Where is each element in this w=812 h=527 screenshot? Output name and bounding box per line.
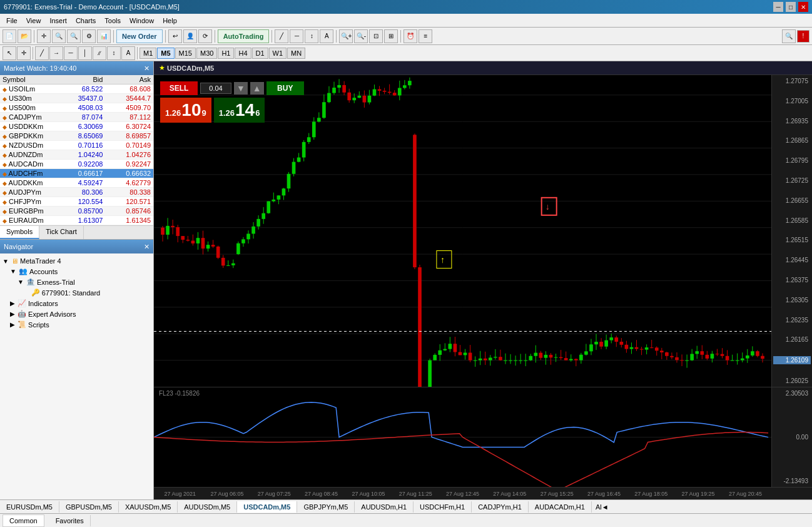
- toolbar-history[interactable]: ↩: [168, 29, 182, 43]
- market-watch-row[interactable]: ◆ AUDCADm 0.92208 0.92247: [0, 160, 153, 169]
- market-watch-row[interactable]: ◆ AUDJPYm 80.306 80.338: [0, 188, 153, 197]
- tf-m30[interactable]: M30: [196, 48, 217, 59]
- minimize-button[interactable]: ─: [773, 2, 783, 12]
- toolbar2-text2[interactable]: A: [121, 46, 135, 60]
- btab-usdchf[interactable]: USDCHFm,H1: [414, 501, 472, 513]
- tf-w1[interactable]: W1: [269, 48, 287, 59]
- btab-cadjpy[interactable]: CADJPYm,H1: [472, 501, 529, 513]
- toolbar2-hline2[interactable]: ─: [64, 46, 78, 60]
- toolbar-chart[interactable]: 📊: [97, 29, 111, 43]
- toolbar-crosshair[interactable]: ✛: [37, 29, 51, 43]
- tree-ea[interactable]: ▶ 🤖 Expert Advisors: [0, 309, 153, 319]
- toolbar2-channel[interactable]: ⫽: [93, 46, 106, 60]
- market-watch-row[interactable]: ◆ EURAUDm 1.61307 1.61345: [0, 216, 153, 225]
- new-order-button[interactable]: New Order: [116, 29, 163, 43]
- navigator-close-icon[interactable]: ✕: [144, 243, 150, 251]
- menu-charts[interactable]: Charts: [72, 16, 99, 26]
- toolbar-zoom-plus[interactable]: 🔍+: [339, 29, 353, 43]
- btab-gbpjpy[interactable]: GBPJPYm,M5: [297, 501, 355, 513]
- toolbar-scroll[interactable]: ⊞: [384, 29, 398, 43]
- market-watch-row[interactable]: ◆ USDDKKm 6.30069 6.30724: [0, 122, 153, 131]
- toolbar-zoom-out[interactable]: 🔍: [67, 29, 81, 43]
- market-watch-row[interactable]: ◆ USOILm 68.522 68.608: [0, 84, 153, 94]
- market-watch-close-icon[interactable]: ✕: [144, 64, 150, 73]
- symbol-cell: ◆ USOILm: [0, 84, 58, 94]
- toolbar-props[interactable]: ⚙: [82, 29, 96, 43]
- menu-file[interactable]: File: [3, 16, 21, 26]
- tab-tick-chart[interactable]: Tick Chart: [39, 226, 84, 239]
- tab-symbols[interactable]: Symbols: [0, 226, 39, 239]
- btab-audusd-h1[interactable]: AUDUSDm,H1: [355, 501, 414, 513]
- toolbar-refresh[interactable]: ⟳: [198, 29, 212, 43]
- tf-m5[interactable]: M5: [157, 48, 174, 59]
- autotrading-button[interactable]: AutoTrading: [218, 29, 270, 43]
- toolbar-options[interactable]: ≡: [419, 29, 432, 43]
- toolbar2-ray[interactable]: →: [49, 46, 63, 60]
- buy-button[interactable]: BUY: [266, 81, 304, 95]
- tf-m1[interactable]: M1: [140, 48, 156, 59]
- market-watch-row[interactable]: ◆ CADJPYm 87.074 87.112: [0, 113, 153, 122]
- indicator-chart-canvas[interactable]: [154, 387, 771, 487]
- tf-m15[interactable]: M15: [175, 48, 196, 59]
- market-watch-row[interactable]: ◆ EURGBPm 0.85700 0.85746: [0, 207, 153, 216]
- menu-insert[interactable]: Insert: [46, 16, 71, 26]
- tree-indicators[interactable]: ▶ 📈 Indicators: [0, 298, 153, 309]
- toolbar2-line2[interactable]: ╱: [35, 46, 49, 60]
- market-watch-row[interactable]: ◆ AUDCHFm 0.66617 0.66632: [0, 169, 153, 178]
- menu-view[interactable]: View: [23, 16, 45, 26]
- tree-mt4[interactable]: ▼ 🖥 MetaTrader 4: [0, 256, 153, 266]
- toolbar2-cursor[interactable]: ↖: [3, 46, 16, 60]
- market-watch-row[interactable]: ◆ US30m 35437.0 35444.7: [0, 94, 153, 103]
- toolbar-zoom-in[interactable]: 🔍: [52, 29, 66, 43]
- toolbar-fit[interactable]: ⊡: [369, 29, 383, 43]
- market-watch-row[interactable]: ◆ US500m 4508.03 4509.70: [0, 103, 153, 113]
- close-button[interactable]: ✕: [798, 2, 808, 12]
- toolbar-time[interactable]: ⏰: [403, 29, 417, 43]
- toolbar-new[interactable]: 📄: [3, 29, 16, 43]
- market-watch-row[interactable]: ◆ GBPDKKm 8.65069 8.69857: [0, 131, 153, 141]
- btab-audusd[interactable]: AUDUSDm,M5: [178, 501, 237, 513]
- toolbar2-cross[interactable]: ✛: [17, 46, 31, 60]
- menu-tools[interactable]: Tools: [101, 16, 124, 26]
- market-watch-row[interactable]: ◆ CHFJPYm 120.554 120.571: [0, 197, 153, 207]
- menu-help[interactable]: Help: [159, 16, 181, 26]
- status-common[interactable]: Common: [3, 514, 44, 527]
- market-watch-row[interactable]: ◆ AUDNZDm 1.04240 1.04276: [0, 150, 153, 160]
- tree-account-6779901[interactable]: 🔑 6779901: Standard: [0, 287, 153, 298]
- toolbar2-fib2[interactable]: ↕: [107, 46, 121, 60]
- toolbar-hline[interactable]: ─: [290, 29, 303, 43]
- toolbar-search[interactable]: 🔍: [782, 29, 796, 43]
- sell-button[interactable]: SELL: [160, 81, 198, 95]
- toolbar-text[interactable]: A: [320, 29, 333, 43]
- toolbar-fib[interactable]: ↕: [305, 29, 318, 43]
- btab-audcad[interactable]: AUDACADm,H1: [529, 501, 592, 513]
- btab-xauusd[interactable]: XAUUSDm,M5: [119, 501, 178, 513]
- tree-exness[interactable]: ▼ 🏦 Exness-Trial: [0, 277, 153, 287]
- btab-scroll-right[interactable]: Al◄: [592, 501, 612, 513]
- tf-mn[interactable]: MN: [287, 48, 305, 59]
- toolbar-zoom-minus[interactable]: 🔍-: [354, 29, 368, 43]
- lot-input[interactable]: [200, 83, 231, 94]
- chart-container[interactable]: SELL ▼ ▲ BUY 1.26 10 9 1.26 14 6: [154, 75, 812, 387]
- tree-scripts[interactable]: ▶ 📜 Scripts: [0, 319, 153, 330]
- tf-h1[interactable]: H1: [218, 48, 234, 59]
- toolbar-line[interactable]: ╱: [275, 29, 288, 43]
- maximize-button[interactable]: □: [786, 2, 796, 12]
- tf-d1[interactable]: D1: [252, 48, 268, 59]
- btab-gbpusd[interactable]: GBPUSDm,M5: [59, 501, 119, 513]
- title-bar-controls[interactable]: ─ □ ✕: [773, 2, 808, 12]
- lot-down-btn[interactable]: ▼: [234, 82, 248, 95]
- status-favorites[interactable]: Favorites: [49, 515, 91, 526]
- tf-h4[interactable]: H4: [235, 48, 251, 59]
- tree-accounts[interactable]: ▼ 👥 Accounts: [0, 266, 153, 277]
- btab-eurusd[interactable]: EURUSDm,M5: [0, 501, 59, 513]
- toolbar2-vline[interactable]: │: [78, 46, 92, 60]
- toolbar-alert[interactable]: !: [797, 30, 809, 43]
- toolbar-open[interactable]: 📂: [18, 29, 31, 43]
- btab-usdcad[interactable]: USDCADm,M5: [237, 501, 297, 513]
- toolbar-account[interactable]: 👤: [183, 29, 197, 43]
- menu-window[interactable]: Window: [126, 16, 158, 26]
- lot-up-btn[interactable]: ▲: [250, 82, 264, 95]
- market-watch-row[interactable]: ◆ NZDUSDm 0.70116 0.70149: [0, 141, 153, 150]
- market-watch-row[interactable]: ◆ AUDDKKm 4.59247 4.62779: [0, 178, 153, 188]
